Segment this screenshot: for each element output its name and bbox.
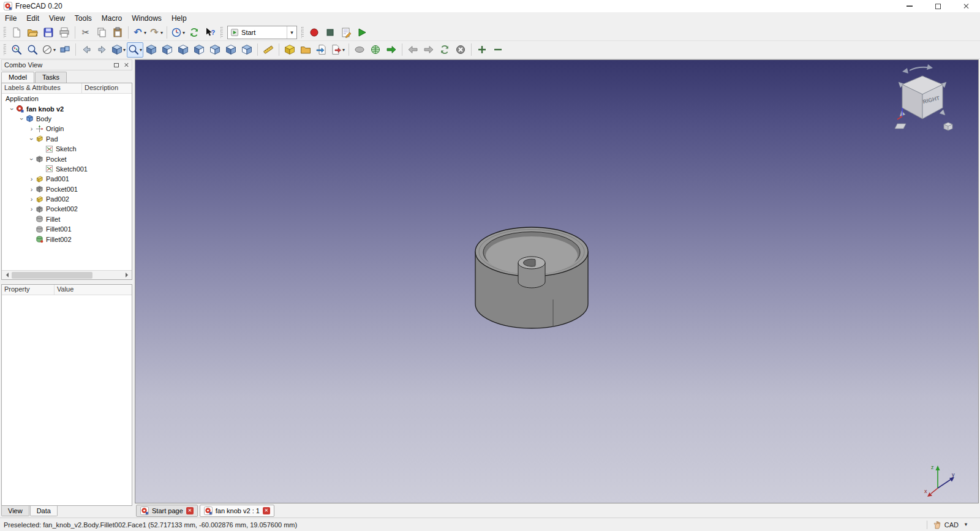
tree-item-pad[interactable]: ›Pad bbox=[2, 134, 132, 144]
scrollbar-track[interactable] bbox=[11, 271, 123, 279]
tree-item-pocket[interactable]: ›Pocket bbox=[2, 154, 132, 164]
save-document-button[interactable] bbox=[40, 25, 56, 40]
tree-item-body[interactable]: ›Body bbox=[2, 114, 132, 124]
web-page-button[interactable] bbox=[352, 42, 368, 58]
tree-item-pocket001[interactable]: ›Pocket001 bbox=[2, 184, 132, 194]
view-rear-button[interactable] bbox=[207, 42, 223, 58]
undo-button[interactable]: ↶▾ bbox=[131, 25, 148, 40]
toolbar-grip[interactable] bbox=[4, 27, 6, 38]
select-forward-button[interactable] bbox=[94, 42, 110, 58]
document-tab-fan-knob-v2-1[interactable]: fan knob v2 : 1✕ bbox=[200, 505, 274, 517]
select-back-button[interactable] bbox=[78, 42, 94, 58]
menu-help[interactable]: Help bbox=[167, 13, 192, 24]
property-body[interactable] bbox=[2, 295, 132, 505]
tab-model[interactable]: Model bbox=[1, 72, 34, 83]
view-top-button[interactable] bbox=[175, 42, 191, 58]
toolbar-grip[interactable] bbox=[4, 44, 6, 55]
redo-button[interactable]: ↷▾ bbox=[148, 25, 164, 40]
menu-edit[interactable]: Edit bbox=[21, 13, 44, 24]
refresh-button[interactable] bbox=[186, 25, 202, 40]
tree-item-pad001[interactable]: ›Pad001 bbox=[2, 174, 132, 184]
menu-tools[interactable]: Tools bbox=[70, 13, 97, 24]
draw-style-button[interactable]: ▾ bbox=[40, 42, 57, 58]
print-button[interactable] bbox=[56, 25, 72, 40]
zoom-tool-button[interactable]: ▾ bbox=[127, 42, 143, 58]
whats-this-button[interactable]: ? bbox=[202, 25, 218, 40]
browser-stop-button[interactable] bbox=[453, 42, 469, 58]
float-panel-icon[interactable] bbox=[114, 63, 119, 67]
navigation-cube[interactable]: RIGHT bbox=[889, 62, 956, 135]
menu-windows[interactable]: Windows bbox=[127, 13, 167, 24]
tab-view[interactable]: View bbox=[1, 506, 29, 516]
browser-back-button[interactable] bbox=[405, 42, 421, 58]
paste-button[interactable] bbox=[110, 25, 126, 40]
new-part-button[interactable] bbox=[282, 42, 298, 58]
copy-button[interactable] bbox=[94, 25, 110, 40]
toolbar-grip[interactable] bbox=[221, 27, 223, 38]
zoom-in-button[interactable] bbox=[474, 42, 490, 58]
fan-knob-model[interactable] bbox=[452, 208, 611, 343]
close-tab-icon[interactable]: ✕ bbox=[263, 507, 270, 514]
dropdown-arrow-icon[interactable]: ▾ bbox=[144, 30, 146, 36]
view-group-button[interactable]: ▾ bbox=[110, 42, 127, 58]
recompute-button[interactable]: ▾ bbox=[170, 25, 186, 40]
tree-item-fan-knob-v2[interactable]: ›fan knob v2 bbox=[2, 104, 132, 113]
view-bottom-button[interactable] bbox=[223, 42, 239, 58]
measure-distance-button[interactable] bbox=[260, 42, 276, 58]
expander-expanded-icon[interactable]: › bbox=[18, 115, 26, 122]
minimize-button[interactable] bbox=[895, 0, 924, 12]
close-button[interactable] bbox=[952, 0, 980, 12]
tree-horizontal-scrollbar[interactable] bbox=[2, 270, 132, 279]
view-isometric-button[interactable] bbox=[143, 42, 159, 58]
expander-expanded-icon[interactable]: › bbox=[28, 135, 36, 143]
view-left-button[interactable] bbox=[239, 42, 255, 58]
expander-collapsed-icon[interactable]: › bbox=[28, 175, 36, 183]
menu-view[interactable]: View bbox=[44, 13, 70, 24]
expander-collapsed-icon[interactable]: › bbox=[28, 186, 36, 193]
scroll-right-button[interactable] bbox=[123, 271, 132, 279]
tree-item-fillet002[interactable]: Fillet002 bbox=[2, 234, 132, 244]
expander-collapsed-icon[interactable]: › bbox=[28, 205, 36, 213]
fit-selection-button[interactable] bbox=[24, 42, 40, 58]
toolbar-grip[interactable] bbox=[301, 27, 304, 38]
export-file-button[interactable]: ▾ bbox=[330, 42, 346, 58]
dropdown-arrow-icon[interactable]: ▾ bbox=[53, 47, 56, 53]
expander-collapsed-icon[interactable]: › bbox=[28, 195, 36, 203]
open-document-button[interactable] bbox=[24, 25, 40, 40]
browser-refresh-button[interactable] bbox=[437, 42, 453, 58]
chevron-down-icon[interactable]: ▾ bbox=[962, 521, 970, 529]
macro-record-button[interactable] bbox=[306, 25, 322, 40]
tree-item-sketch[interactable]: Sketch bbox=[2, 144, 132, 154]
navigation-style-control[interactable]: CAD ▾ bbox=[927, 521, 976, 529]
maximize-button[interactable] bbox=[924, 0, 952, 12]
tree-item-sketch001[interactable]: Sketch001 bbox=[2, 164, 132, 174]
open-start-folder-button[interactable] bbox=[298, 42, 314, 58]
3d-viewport[interactable]: RIGHT z bbox=[135, 59, 979, 503]
dropdown-arrow-icon[interactable]: ▾ bbox=[123, 47, 126, 53]
tree-item-application[interactable]: Application bbox=[2, 94, 132, 104]
expander-expanded-icon[interactable]: › bbox=[28, 155, 36, 163]
scroll-left-button[interactable] bbox=[2, 271, 11, 279]
tree-item-origin[interactable]: ›Origin bbox=[2, 124, 132, 134]
dropdown-arrow-icon[interactable]: ▾ bbox=[160, 30, 163, 36]
tab-tasks[interactable]: Tasks bbox=[35, 72, 67, 83]
browser-forward-button[interactable] bbox=[421, 42, 437, 58]
import-file-button[interactable] bbox=[314, 42, 330, 58]
fit-all-button[interactable] bbox=[9, 42, 24, 58]
menu-macro[interactable]: Macro bbox=[97, 13, 127, 24]
close-panel-icon[interactable] bbox=[124, 62, 129, 67]
zoom-out-button[interactable] bbox=[490, 42, 506, 58]
macro-execute-button[interactable] bbox=[354, 25, 370, 40]
new-document-button[interactable] bbox=[9, 25, 24, 40]
expander-expanded-icon[interactable]: › bbox=[9, 105, 16, 113]
tree-item-fillet001[interactable]: Fillet001 bbox=[2, 224, 132, 234]
dropdown-arrow-icon[interactable]: ▾ bbox=[183, 30, 185, 36]
tree-item-pocket002[interactable]: ›Pocket002 bbox=[2, 204, 132, 214]
macro-stop-button[interactable] bbox=[322, 25, 338, 40]
scrollbar-thumb[interactable] bbox=[12, 272, 92, 279]
expander-collapsed-icon[interactable]: › bbox=[28, 125, 36, 132]
view-front-button[interactable] bbox=[159, 42, 175, 58]
dropdown-arrow-icon[interactable]: ▾ bbox=[342, 47, 345, 53]
view-right-button[interactable] bbox=[191, 42, 207, 58]
open-website-button[interactable] bbox=[368, 42, 383, 58]
